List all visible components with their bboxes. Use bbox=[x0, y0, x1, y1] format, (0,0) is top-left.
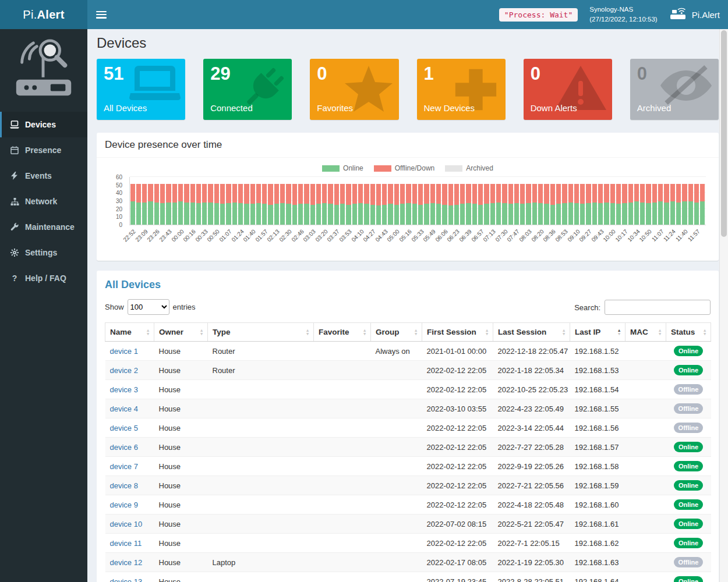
vertical-scrollbar[interactable] bbox=[719, 29, 728, 582]
presence-bar bbox=[454, 177, 459, 225]
presence-bar bbox=[538, 177, 543, 225]
column-header-owner[interactable]: Owner▴▾ bbox=[154, 323, 208, 342]
device-owner-cell: House bbox=[154, 418, 208, 438]
legend-item-offline[interactable]: Offline/Down bbox=[374, 164, 434, 172]
device-name-link[interactable]: device 6 bbox=[110, 443, 138, 452]
column-header-first-session[interactable]: First Session▴▾ bbox=[422, 323, 493, 342]
device-name-link[interactable]: device 11 bbox=[110, 539, 142, 548]
device-last-session-cell: 2022-5-21 22:05.47 bbox=[493, 514, 570, 534]
search-input[interactable] bbox=[605, 300, 711, 315]
presence-bar bbox=[244, 177, 249, 225]
device-name-cell: device 4 bbox=[105, 399, 154, 418]
presence-bar bbox=[274, 177, 279, 225]
device-name-link[interactable]: device 7 bbox=[110, 462, 138, 471]
sidebar-menu: Devices Presence Events Network bbox=[0, 112, 87, 291]
device-type-cell bbox=[208, 572, 314, 582]
device-name-link[interactable]: device 10 bbox=[110, 520, 143, 528]
show-label: Show bbox=[105, 303, 124, 311]
card-down-alerts[interactable]: 0 Down Alerts bbox=[524, 59, 612, 120]
sidebar-item-presence[interactable]: Presence bbox=[0, 137, 87, 163]
presence-bar bbox=[400, 177, 405, 225]
sidebar-item-help-faq[interactable]: ? Help / FAQ bbox=[0, 265, 87, 291]
scrollbar-thumb[interactable] bbox=[721, 30, 727, 237]
device-status-cell: Online bbox=[666, 438, 711, 457]
device-last-ip-cell: 192.168.1.55 bbox=[570, 399, 625, 418]
device-name-link[interactable]: device 9 bbox=[110, 501, 138, 509]
hamburger-menu-icon[interactable] bbox=[96, 11, 107, 19]
status-badge: Online bbox=[674, 576, 703, 582]
presence-bar bbox=[682, 177, 687, 225]
presence-bar bbox=[622, 177, 627, 225]
device-name-link[interactable]: device 5 bbox=[110, 424, 138, 432]
brand-right[interactable]: Pi.Alert bbox=[669, 7, 720, 23]
column-header-type[interactable]: Type▴▾ bbox=[208, 323, 314, 342]
sidebar-item-devices[interactable]: Devices bbox=[0, 112, 87, 137]
card-new-devices[interactable]: 1 New Devices bbox=[417, 59, 506, 120]
sidebar-item-events[interactable]: Events bbox=[0, 163, 87, 189]
legend-label: Archived bbox=[466, 164, 493, 172]
devices-table: Name▴▾ Owner▴▾ Type▴▾ Favorite▴▾ Group▴▾… bbox=[105, 322, 711, 582]
card-label: Down Alerts bbox=[531, 103, 577, 113]
presence-bar bbox=[280, 177, 285, 225]
device-name-link[interactable]: device 13 bbox=[110, 577, 143, 582]
presence-bar bbox=[580, 177, 585, 225]
chart-y-axis: 0102030405060 bbox=[105, 177, 126, 225]
column-header-favorite[interactable]: Favorite▴▾ bbox=[314, 323, 371, 342]
presence-bar bbox=[574, 177, 579, 225]
card-favorites[interactable]: 0 Favorites bbox=[310, 59, 398, 120]
app-logo[interactable]: Pi.Alert bbox=[0, 0, 87, 29]
card-all-devices[interactable]: 51 All Devices bbox=[97, 59, 185, 120]
legend-item-online[interactable]: Online bbox=[322, 164, 363, 172]
legend-label: Online bbox=[343, 164, 363, 172]
device-status-cell: Offline bbox=[666, 418, 711, 438]
device-last-session-cell: 2022-7-27 22:05.28 bbox=[493, 438, 570, 457]
sidebar-item-maintenance[interactable]: Maintenance bbox=[0, 214, 87, 240]
legend-item-archived[interactable]: Archived bbox=[445, 164, 493, 172]
presence-bar bbox=[694, 177, 699, 225]
device-name-link[interactable]: device 4 bbox=[110, 404, 138, 413]
device-last-session-cell: 2022-4-18 22:05.48 bbox=[493, 495, 570, 514]
device-favorite-cell bbox=[314, 342, 371, 361]
presence-bar bbox=[508, 177, 513, 225]
device-name-link[interactable]: device 3 bbox=[110, 385, 138, 394]
presence-bar bbox=[334, 177, 339, 225]
device-favorite-cell bbox=[314, 534, 371, 553]
column-header-last-session[interactable]: Last Session▴▾ bbox=[493, 323, 570, 342]
presence-bar bbox=[658, 177, 663, 225]
device-type-cell bbox=[208, 399, 314, 418]
device-first-session-cell: 2021-01-01 00:00 bbox=[422, 342, 493, 361]
presence-bar bbox=[256, 177, 261, 225]
device-last-ip-cell: 192.168.1.59 bbox=[570, 476, 625, 495]
device-name-link[interactable]: device 2 bbox=[110, 366, 138, 375]
device-name-cell: device 11 bbox=[105, 534, 154, 553]
sort-icon: ▴▾ bbox=[363, 329, 366, 336]
device-first-session-cell: 2022-02-12 22:05 bbox=[422, 476, 493, 495]
presence-bar bbox=[592, 177, 597, 225]
device-name-link[interactable]: device 12 bbox=[110, 558, 143, 567]
column-header-group[interactable]: Group▴▾ bbox=[371, 323, 422, 342]
sort-icon: ▴▾ bbox=[486, 329, 488, 336]
sidebar-item-network[interactable]: Network bbox=[0, 189, 87, 214]
device-name-link[interactable]: device 1 bbox=[110, 347, 138, 356]
column-header-name[interactable]: Name▴▾ bbox=[105, 323, 154, 342]
presence-bar bbox=[172, 177, 177, 225]
sidebar-item-settings[interactable]: Settings bbox=[0, 240, 87, 265]
brand-label: Pi.Alert bbox=[692, 10, 720, 20]
device-owner-cell: House bbox=[154, 572, 208, 582]
device-last-ip-cell: 192.168.1.64 bbox=[570, 572, 625, 582]
card-archived[interactable]: 0 Archived bbox=[630, 59, 719, 120]
device-favorite-cell bbox=[314, 514, 371, 534]
device-name-link[interactable]: device 8 bbox=[110, 481, 138, 490]
column-header-last-ip[interactable]: Last IP▴▾ bbox=[570, 323, 625, 342]
device-first-session-cell: 2022-02-17 08:05 bbox=[422, 553, 493, 572]
column-header-mac[interactable]: MAC▴▾ bbox=[625, 323, 666, 342]
device-favorite-cell bbox=[314, 399, 371, 418]
device-first-session-cell: 2022-02-12 22:05 bbox=[422, 495, 493, 514]
column-header-status[interactable]: Status▴▾ bbox=[666, 323, 711, 342]
card-connected[interactable]: 29 Connected bbox=[203, 59, 292, 120]
device-last-session-cell: 2022-3-14 22:05.44 bbox=[493, 418, 570, 438]
device-name-cell: device 9 bbox=[105, 495, 154, 514]
presence-bar bbox=[688, 177, 693, 225]
entries-select[interactable]: 100 bbox=[128, 299, 169, 315]
device-type-cell bbox=[208, 534, 314, 553]
